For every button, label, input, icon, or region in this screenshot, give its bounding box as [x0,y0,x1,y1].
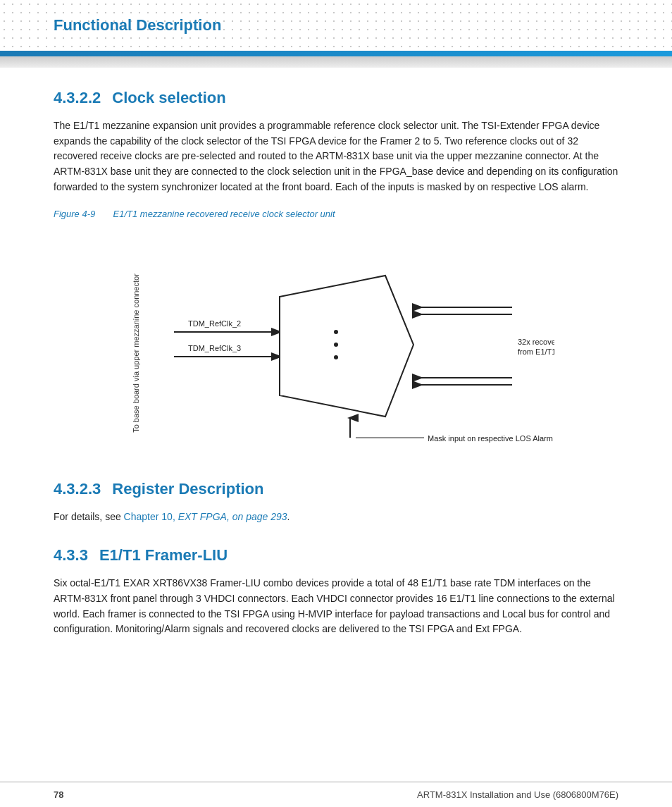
footer-page-number: 78 [54,789,63,800]
selector-box [280,276,413,417]
section-4322-title: Clock selection [112,89,225,107]
figure-label: Figure 4-9 [54,209,95,219]
chapter-link[interactable]: Chapter 10, EXT FPGA, on page 293 [124,511,287,522]
blue-bar [0,51,672,56]
figure-caption-text: E1/T1 mezzanine recovered receive clock … [113,209,335,219]
signal1-label: TDM_RefClk_2 [188,319,241,328]
section-4323-pre: For details, see [54,511,124,522]
section-4323-title: Register Description [112,480,263,498]
section-433-body: Six octal-E1/T1 EXAR XRT86VX38 Framer-LI… [54,576,618,637]
section-4322-number: 4.3.2.2 [54,89,101,107]
figure-caption-4322: Figure 4-9 E1/T1 mezzanine recovered rec… [54,209,618,219]
grey-bar [0,56,672,68]
section-4323-post: . [287,511,290,522]
header-title-bar: Functional Description [0,16,221,35]
left-label: To base board via upper mezzanine connec… [132,273,140,433]
page-title: Functional Description [54,16,221,34]
section-4323-number: 4.3.2.3 [54,480,101,498]
section-433-heading: 4.3.3 E1/T1 Framer-LIU [54,546,618,565]
svg-point-4 [334,355,338,359]
svg-point-3 [334,343,338,347]
section-4323-heading: 4.3.2.3 Register Description [54,480,618,498]
right-label-line2: from E1/T1 Framer [518,347,554,356]
clock-diagram-svg: To base board via upper mezzanine connec… [118,240,554,452]
section-4323-body: For details, see Chapter 10, EXT FPGA, o… [54,510,618,525]
section-4322-body: The E1/T1 mezzanine expansion unit provi… [54,118,618,195]
svg-point-2 [334,330,338,334]
signal2-label: TDM_RefClk_3 [188,344,241,352]
header: Functional Description [0,0,672,68]
section-4323: 4.3.2.3 Register Description For details… [54,480,618,525]
section-433: 4.3.3 E1/T1 Framer-LIU Six octal-E1/T1 E… [54,546,618,637]
section-4322-heading: 4.3.2.2 Clock selection [54,89,618,107]
bottom-label: Mask input on respective LOS Alarm [428,434,553,443]
section-433-number: 4.3.3 [54,546,88,565]
footer: 78 ARTM-831X Installation and Use (68068… [0,782,672,807]
footer-doc-name: ARTM-831X Installation and Use (6806800M… [417,789,618,800]
section-4322: 4.3.2.2 Clock selection The E1/T1 mezzan… [54,89,618,459]
dot-pattern: Functional Description [0,0,672,51]
main-content: 4.3.2.2 Clock selection The E1/T1 mezzan… [0,68,672,686]
right-label-line1: 32x recovered receive CLK [518,338,554,346]
clock-selector-diagram: To base board via upper mezzanine connec… [54,233,618,459]
section-433-title: E1/T1 Framer-LIU [99,546,228,565]
